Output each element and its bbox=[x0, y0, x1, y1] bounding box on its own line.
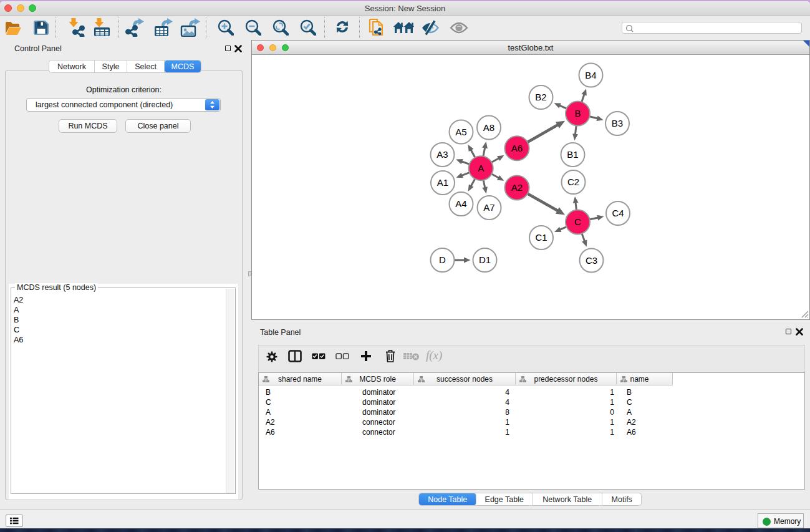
svg-text:A5: A5 bbox=[455, 127, 466, 137]
svg-text:B2: B2 bbox=[535, 92, 546, 102]
svg-text:B4: B4 bbox=[585, 70, 596, 80]
svg-text:A7: A7 bbox=[483, 202, 494, 213]
svg-text:D: D bbox=[439, 254, 446, 265]
svg-text:B: B bbox=[574, 108, 581, 118]
svg-text:A3: A3 bbox=[436, 149, 448, 160]
svg-text:C1: C1 bbox=[535, 232, 547, 243]
svg-text:A4: A4 bbox=[455, 198, 466, 209]
svg-text:C2: C2 bbox=[567, 177, 579, 187]
svg-text:C: C bbox=[574, 216, 581, 227]
svg-text:A1: A1 bbox=[437, 177, 448, 188]
svg-text:A2: A2 bbox=[511, 182, 523, 193]
svg-text:A8: A8 bbox=[483, 122, 494, 133]
svg-text:C4: C4 bbox=[612, 208, 624, 218]
svg-text:A: A bbox=[478, 163, 484, 173]
svg-text:C3: C3 bbox=[586, 255, 597, 266]
svg-text:A6: A6 bbox=[511, 143, 523, 153]
svg-text:D1: D1 bbox=[479, 254, 491, 265]
svg-text:B3: B3 bbox=[612, 118, 623, 128]
svg-text:B1: B1 bbox=[567, 149, 578, 160]
